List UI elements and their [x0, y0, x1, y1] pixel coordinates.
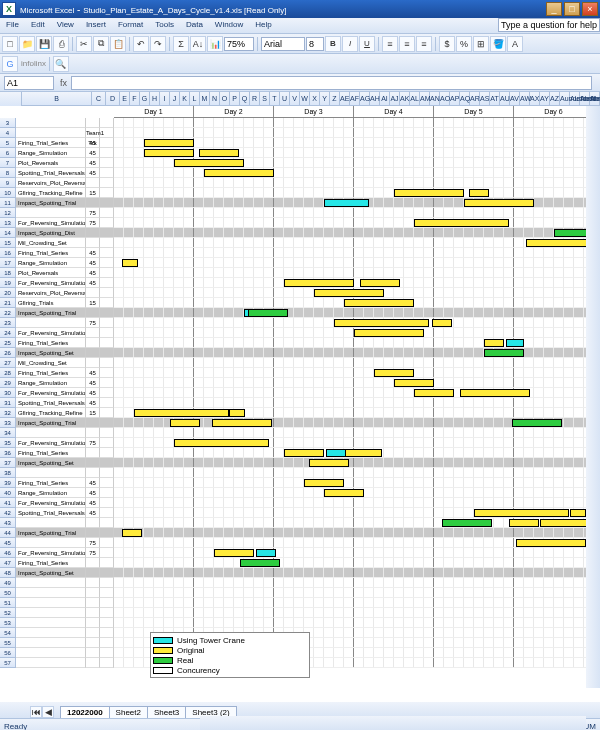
gantt-area[interactable]	[114, 208, 600, 218]
col-header[interactable]: Z	[330, 92, 340, 106]
google-icon[interactable]: G	[2, 56, 18, 72]
gantt-bar[interactable]	[122, 529, 142, 537]
task-row[interactable]: 16Firing_Trial_Series45	[0, 248, 600, 258]
col-header[interactable]: AF	[350, 92, 360, 106]
cell[interactable]	[100, 308, 114, 318]
duration-cell[interactable]	[86, 238, 100, 248]
task-row[interactable]: 49	[0, 578, 600, 588]
gantt-bar[interactable]	[540, 519, 590, 527]
gantt-bar[interactable]	[460, 389, 530, 397]
duration-cell[interactable]	[86, 468, 100, 478]
row-header[interactable]: 48	[0, 568, 16, 578]
duration-cell[interactable]: 45	[86, 138, 100, 148]
gantt-area[interactable]	[114, 228, 600, 238]
task-row[interactable]: 22Impact_Spotting_Trial	[0, 308, 600, 318]
row-header[interactable]: 8	[0, 168, 16, 178]
row-header[interactable]: 38	[0, 468, 16, 478]
task-row[interactable]: 29Range_Simulation45	[0, 378, 600, 388]
row-header[interactable]: 33	[0, 418, 16, 428]
gantt-area[interactable]	[114, 558, 600, 568]
col-header[interactable]: Aundefined	[560, 92, 570, 106]
gantt-bar[interactable]	[248, 309, 288, 317]
row-header[interactable]: 30	[0, 388, 16, 398]
open-icon[interactable]: 📁	[19, 36, 35, 52]
task-name-cell[interactable]: For_Reversing_Simulation	[16, 278, 86, 288]
cell[interactable]	[100, 408, 114, 418]
gantt-area[interactable]	[114, 138, 600, 148]
gantt-bar[interactable]	[554, 229, 590, 237]
cell[interactable]	[100, 478, 114, 488]
task-name-cell[interactable]: Impact_Spotting_Trial	[16, 418, 86, 428]
gantt-area[interactable]	[114, 528, 600, 538]
task-name-cell[interactable]: Firing_Trial_Series	[16, 248, 86, 258]
col-header[interactable]: AX	[530, 92, 540, 106]
row-header[interactable]: 42	[0, 508, 16, 518]
row-header[interactable]: 39	[0, 478, 16, 488]
col-header[interactable]: AV	[510, 92, 520, 106]
gantt-area[interactable]	[114, 478, 600, 488]
cell[interactable]	[100, 128, 114, 138]
gantt-bar[interactable]	[354, 329, 424, 337]
col-header[interactable]: AM	[420, 92, 430, 106]
duration-cell[interactable]: 45	[86, 278, 100, 288]
row-header[interactable]: 7	[0, 158, 16, 168]
gantt-bar[interactable]	[174, 439, 269, 447]
cell[interactable]	[100, 218, 114, 228]
underline-icon[interactable]: U	[359, 36, 375, 52]
task-row[interactable]: 27Mil_Crowding_Set	[0, 358, 600, 368]
task-name-cell[interactable]: Reservoirs_Plot_Reversals	[16, 288, 86, 298]
gantt-area[interactable]	[114, 328, 600, 338]
duration-cell[interactable]: 45	[86, 248, 100, 258]
gantt-bar[interactable]	[484, 339, 504, 347]
gantt-area[interactable]	[114, 428, 600, 438]
row-header[interactable]: 16	[0, 248, 16, 258]
cell[interactable]	[100, 348, 114, 358]
cell[interactable]	[100, 328, 114, 338]
gantt-bar[interactable]	[122, 259, 138, 267]
duration-cell[interactable]	[86, 578, 100, 588]
task-row[interactable]: 28Firing_Trial_Series45	[0, 368, 600, 378]
col-header[interactable]: AG	[360, 92, 370, 106]
row-header[interactable]: 20	[0, 288, 16, 298]
duration-cell[interactable]	[86, 358, 100, 368]
duration-cell[interactable]: 45	[86, 508, 100, 518]
row-header[interactable]: 3	[0, 118, 16, 128]
gantt-bar[interactable]	[314, 289, 384, 297]
paste-icon[interactable]: 📋	[110, 36, 126, 52]
gantt-bar[interactable]	[442, 519, 492, 527]
gantt-bar[interactable]	[214, 549, 254, 557]
row-header[interactable]: 49	[0, 578, 16, 588]
duration-cell[interactable]: 75	[86, 538, 100, 548]
gantt-area[interactable]	[114, 268, 600, 278]
currency-icon[interactable]: $	[439, 36, 455, 52]
col-header[interactable]: AE	[340, 92, 350, 106]
col-header[interactable]: V	[290, 92, 300, 106]
cell[interactable]	[100, 568, 114, 578]
task-row[interactable]: 15Mil_Crowding_Set	[0, 238, 600, 248]
task-name-cell[interactable]	[16, 468, 86, 478]
duration-cell[interactable]: 45	[86, 378, 100, 388]
cell[interactable]	[100, 488, 114, 498]
gantt-area[interactable]	[114, 418, 600, 428]
task-name-cell[interactable]	[16, 318, 86, 328]
gantt-area[interactable]	[114, 468, 600, 478]
gantt-area[interactable]	[114, 288, 600, 298]
task-name-cell[interactable]: Spotting_Trial_Reversals	[16, 168, 86, 178]
row-header[interactable]: 44	[0, 528, 16, 538]
sheet-tab-1[interactable]: 12022000	[60, 706, 110, 718]
task-name-cell[interactable]: Range_Simulation	[16, 378, 86, 388]
font-color-icon[interactable]: A	[507, 36, 523, 52]
task-row[interactable]: 33Impact_Spotting_Trial	[0, 418, 600, 428]
task-name-cell[interactable]: Plot_Reversals	[16, 158, 86, 168]
sum-icon[interactable]: Σ	[173, 36, 189, 52]
worksheet[interactable]: B C D EFGHIJKLMNOPQRSTUVWXYZAEAFAGAHAIAJ…	[0, 92, 600, 702]
gantt-area[interactable]	[114, 148, 600, 158]
cell[interactable]	[100, 518, 114, 528]
row-header[interactable]: 12	[0, 208, 16, 218]
task-name-cell[interactable]: Range_Simulation	[16, 488, 86, 498]
cell[interactable]	[100, 358, 114, 368]
col-header[interactable]: AH	[370, 92, 380, 106]
cell[interactable]	[100, 578, 114, 588]
row-header[interactable]: 28	[0, 368, 16, 378]
task-row[interactable]: 47Firing_Trial_Series	[0, 558, 600, 568]
